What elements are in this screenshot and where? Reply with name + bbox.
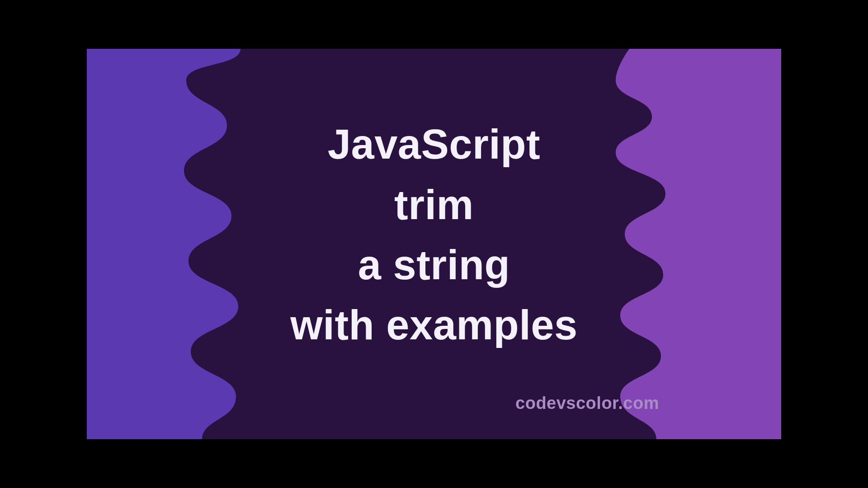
title-block: JavaScript trim a string with examples: [87, 49, 781, 439]
watermark-text: codevscolor.com: [515, 394, 659, 413]
hero-card: JavaScript trim a string with examples c…: [87, 49, 781, 439]
title-line-2: trim: [394, 175, 474, 235]
title-line-3: a string: [358, 235, 510, 295]
title-line-4: with examples: [290, 295, 577, 355]
title-line-1: JavaScript: [328, 114, 540, 174]
